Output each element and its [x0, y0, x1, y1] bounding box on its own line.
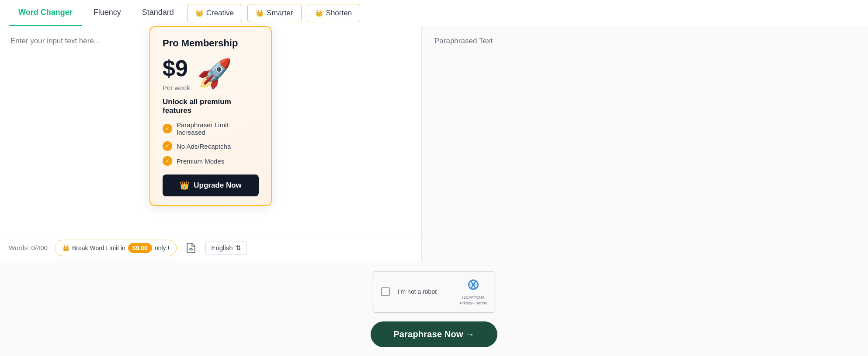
- price-period: Per week: [163, 84, 190, 91]
- language-label: English: [211, 244, 233, 251]
- recaptcha-brand: reCAPTCHA: [462, 295, 485, 300]
- break-limit-prefix: Break Word Limit in: [72, 244, 125, 251]
- tab-standard[interactable]: Standard: [132, 0, 184, 26]
- feature-item-3: ✓ Premium Modes: [163, 156, 259, 166]
- tabs-row: Word Changer Fluency Standard 👑 Creative…: [0, 0, 868, 26]
- arrows-icon: ⇅: [236, 244, 241, 252]
- crown-icon-creative: 👑: [195, 9, 204, 17]
- crown-icon-break: 👑: [62, 244, 69, 251]
- tab-smarter[interactable]: 👑 Smarter: [247, 4, 301, 22]
- main-container: Word Changer Fluency Standard 👑 Creative…: [0, 0, 868, 356]
- tab-shorten-label: Shorten: [326, 9, 352, 17]
- feature-item-1: ✓ Paraphraser Limit Increased: [163, 121, 259, 136]
- tab-word-changer-label: Word Changer: [18, 8, 73, 17]
- recaptcha-links: Privacy - Terms: [460, 301, 487, 306]
- pro-card: Pro Membership $9 Per week 🚀 Unlock all …: [149, 26, 272, 206]
- content-area: Words: 0/400 👑 Break Word Limit in $9.00…: [0, 26, 868, 261]
- check-icon-3: ✓: [163, 156, 172, 166]
- tab-creative[interactable]: 👑 Creative: [187, 4, 242, 22]
- tab-standard-label: Standard: [142, 8, 174, 17]
- recaptcha-logo: reCAPTCHA Privacy - Terms: [460, 278, 487, 306]
- word-count: Words: 0/400: [9, 244, 48, 251]
- captcha-label: I'm not a robot: [398, 288, 452, 295]
- feature-label-1: Paraphraser Limit Increased: [177, 121, 259, 136]
- tab-smarter-label: Smarter: [267, 9, 293, 17]
- paraphrase-btn-label: Paraphrase Now →: [393, 329, 475, 339]
- bottom-bar: Words: 0/400 👑 Break Word Limit in $9.00…: [0, 235, 421, 261]
- rocket-icon: 🚀: [197, 59, 232, 87]
- captcha-checkbox[interactable]: [381, 287, 390, 296]
- upload-icon: [185, 242, 197, 254]
- pro-card-title: Pro Membership: [163, 38, 259, 49]
- price-info: $9 Per week: [163, 55, 190, 91]
- break-limit-suffix: only !: [155, 244, 169, 251]
- tab-word-changer[interactable]: Word Changer: [9, 0, 82, 26]
- upgrade-button[interactable]: 👑 Upgrade Now: [163, 175, 259, 196]
- tab-shorten[interactable]: 👑 Shorten: [307, 4, 361, 22]
- tab-fluency[interactable]: Fluency: [84, 0, 131, 26]
- language-selector[interactable]: English ⇅: [205, 241, 247, 255]
- check-icon-1: ✓: [163, 124, 172, 133]
- break-limit-button[interactable]: 👑 Break Word Limit in $9.00 only !: [55, 240, 177, 256]
- tab-creative-label: Creative: [206, 9, 234, 17]
- price-row: $9 Per week 🚀: [163, 55, 259, 91]
- crown-icon-shorten: 👑: [315, 9, 323, 17]
- feature-label-2: No Ads/Recaptcha: [177, 143, 231, 150]
- feature-item-2: ✓ No Ads/Recaptcha: [163, 141, 259, 151]
- recaptcha-icon: [466, 278, 480, 294]
- below-area: I'm not a robot reCAPTCHA Privacy -: [0, 261, 868, 356]
- upgrade-label: Upgrade Now: [194, 181, 242, 190]
- captcha-box: I'm not a robot reCAPTCHA Privacy -: [373, 271, 495, 313]
- unlock-title: Unlock all premium features: [163, 98, 259, 115]
- break-limit-price: $9.00: [128, 243, 152, 253]
- check-icon-2: ✓: [163, 141, 172, 151]
- feature-list: ✓ Paraphraser Limit Increased ✓ No Ads/R…: [163, 121, 259, 166]
- left-panel: Words: 0/400 👑 Break Word Limit in $9.00…: [0, 26, 422, 261]
- tab-fluency-label: Fluency: [94, 8, 121, 17]
- right-panel: Paraphrased Text: [422, 26, 868, 261]
- feature-label-3: Premium Modes: [177, 157, 224, 165]
- upload-button[interactable]: [184, 241, 198, 255]
- price-amount: $9: [163, 55, 190, 81]
- crown-icon-smarter: 👑: [256, 9, 264, 17]
- paraphrase-now-button[interactable]: Paraphrase Now →: [371, 321, 497, 347]
- paraphrased-title: Paraphrased Text: [434, 37, 493, 45]
- crown-icon-upgrade: 👑: [180, 181, 189, 190]
